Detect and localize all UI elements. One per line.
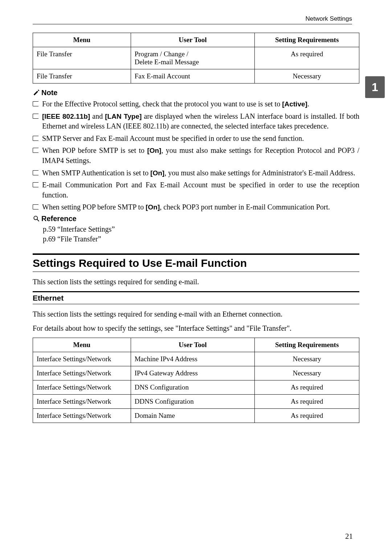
- text-bold: [IEEE 802.11b]: [42, 113, 90, 120]
- th-tool: User Tool: [131, 338, 255, 352]
- note-text: [IEEE 802.11b] and [LAN Type] are displa…: [42, 111, 359, 131]
- text-bold: [Active]: [282, 100, 307, 108]
- cell-menu: File Transfer: [33, 47, 131, 69]
- svg-point-0: [34, 216, 37, 220]
- bullet-icon: [33, 182, 38, 187]
- bullet-icon: [33, 114, 38, 119]
- reference-label: Reference: [41, 215, 77, 223]
- cell-req: Necessary: [255, 352, 359, 366]
- cell-tool: DNS Configuration: [131, 380, 255, 394]
- text-run: , you must also make settings for Admini…: [164, 169, 355, 177]
- cell-menu: Interface Settings/Network: [33, 380, 131, 394]
- text-bold: [On]: [150, 169, 164, 177]
- note-text: SMTP Server and Fax E-mail Account must …: [42, 134, 359, 144]
- cell-tool: Fax E-mail Account: [131, 69, 255, 83]
- page-number: 21: [345, 532, 353, 541]
- cell-menu: File Transfer: [33, 69, 131, 83]
- pencil-icon: [33, 89, 40, 97]
- magnifier-icon: [33, 215, 40, 222]
- note-list: For the Effective Protocol setting, chec…: [33, 99, 359, 212]
- svg-line-1: [37, 220, 39, 221]
- section-intro: This section lists the settings required…: [33, 277, 359, 287]
- note-heading: Note: [33, 89, 359, 97]
- subsection-title: Ethernet: [33, 294, 359, 302]
- cell-tool: Domain Name: [131, 408, 255, 423]
- settings-table-2: Menu User Tool Setting Requirements Inte…: [33, 338, 359, 423]
- text-run: and: [90, 112, 105, 120]
- cell-req: As required: [255, 394, 359, 408]
- table-header-row: Menu User Tool Setting Requirements: [33, 33, 359, 47]
- table-row: Interface Settings/Network DNS Configura…: [33, 380, 359, 394]
- table-row: Interface Settings/Network DDNS Configur…: [33, 394, 359, 408]
- cell-menu: Interface Settings/Network: [33, 408, 131, 423]
- text-run: When SMTP Authentication is set to: [42, 169, 150, 177]
- chapter-tab: 1: [365, 76, 385, 98]
- settings-table-1: Menu User Tool Setting Requirements File…: [33, 33, 359, 83]
- cell-req: As required: [255, 380, 359, 394]
- cell-tool: Machine IPv4 Address: [131, 352, 255, 366]
- table-row: File Transfer Program / Change / Delete …: [33, 47, 359, 69]
- section-title: Settings Required to Use E-mail Function: [33, 257, 359, 269]
- section-divider-thin: [33, 272, 359, 272]
- th-menu: Menu: [33, 338, 131, 352]
- reference-heading: Reference: [33, 215, 359, 223]
- bullet-icon: [33, 148, 38, 153]
- cell-tool: DDNS Configuration: [131, 394, 255, 408]
- table-row: File Transfer Fax E-mail Account Necessa…: [33, 69, 359, 83]
- note-text: When SMTP Authentication is set to [On],…: [42, 168, 359, 178]
- cell-tool: Program / Change / Delete E-mail Message: [131, 47, 255, 69]
- note-item: E-mail Communication Port and Fax E-mail…: [33, 180, 359, 200]
- reference-line: p.69 “File Transfer”: [43, 235, 359, 243]
- note-text: E-mail Communication Port and Fax E-mail…: [42, 180, 359, 200]
- reference-line: p.59 “Interface Settings”: [43, 225, 359, 233]
- cell-req: Necessary: [255, 366, 359, 380]
- text-run: .: [307, 100, 309, 108]
- text-run: When POP before SMTP is set to: [42, 146, 147, 154]
- cell-req: As required: [255, 47, 359, 69]
- subsection-p1: This section lists the settings required…: [33, 309, 359, 319]
- cell-tool: IPv4 Gateway Address: [131, 366, 255, 380]
- note-item: When SMTP Authentication is set to [On],…: [33, 168, 359, 178]
- table-row: Interface Settings/Network Machine IPv4 …: [33, 352, 359, 366]
- subsection-divider-thin: [33, 304, 359, 304]
- th-tool: User Tool: [131, 33, 255, 47]
- cell-req: Necessary: [255, 69, 359, 83]
- note-label: Note: [41, 89, 57, 97]
- header-rule: [33, 24, 352, 24]
- th-req: Setting Requirements: [255, 338, 359, 352]
- text-bold: [On]: [147, 147, 161, 154]
- text-run: , check POP3 port number in E-mail Commu…: [160, 203, 330, 211]
- subsection-divider: [33, 291, 359, 292]
- subsection-p2: For details about how to specify the set…: [33, 323, 359, 333]
- th-req: Setting Requirements: [255, 33, 359, 47]
- cell-menu: Interface Settings/Network: [33, 352, 131, 366]
- reference-lines: p.59 “Interface Settings” p.69 “File Tra…: [33, 225, 359, 243]
- text-run: When setting POP before SMTP to: [42, 203, 146, 211]
- note-text: When POP before SMTP is set to [On], you…: [42, 146, 359, 166]
- note-text: When setting POP before SMTP to [On], ch…: [42, 202, 359, 212]
- bullet-icon: [33, 101, 38, 106]
- note-item: For the Effective Protocol setting, chec…: [33, 99, 359, 109]
- cell-menu: Interface Settings/Network: [33, 394, 131, 408]
- cell-menu: Interface Settings/Network: [33, 366, 131, 380]
- note-item: When POP before SMTP is set to [On], you…: [33, 146, 359, 166]
- table-header-row: Menu User Tool Setting Requirements: [33, 338, 359, 352]
- text-run: For the Effective Protocol setting, chec…: [42, 100, 282, 108]
- bullet-icon: [33, 136, 38, 141]
- cell-req: As required: [255, 408, 359, 423]
- note-item: When setting POP before SMTP to [On], ch…: [33, 202, 359, 212]
- th-menu: Menu: [33, 33, 131, 47]
- text-bold: [LAN Type]: [105, 113, 142, 120]
- note-text: For the Effective Protocol setting, chec…: [42, 99, 359, 109]
- table-row: Interface Settings/Network Domain Name A…: [33, 408, 359, 423]
- note-item: [IEEE 802.11b] and [LAN Type] are displa…: [33, 111, 359, 131]
- table-row: Interface Settings/Network IPv4 Gateway …: [33, 366, 359, 380]
- section-divider: [33, 253, 359, 255]
- bullet-icon: [33, 170, 38, 175]
- bullet-icon: [33, 204, 38, 209]
- note-item: SMTP Server and Fax E-mail Account must …: [33, 134, 359, 144]
- header-right: Network Settings: [306, 15, 352, 23]
- text-bold: [On]: [146, 203, 160, 211]
